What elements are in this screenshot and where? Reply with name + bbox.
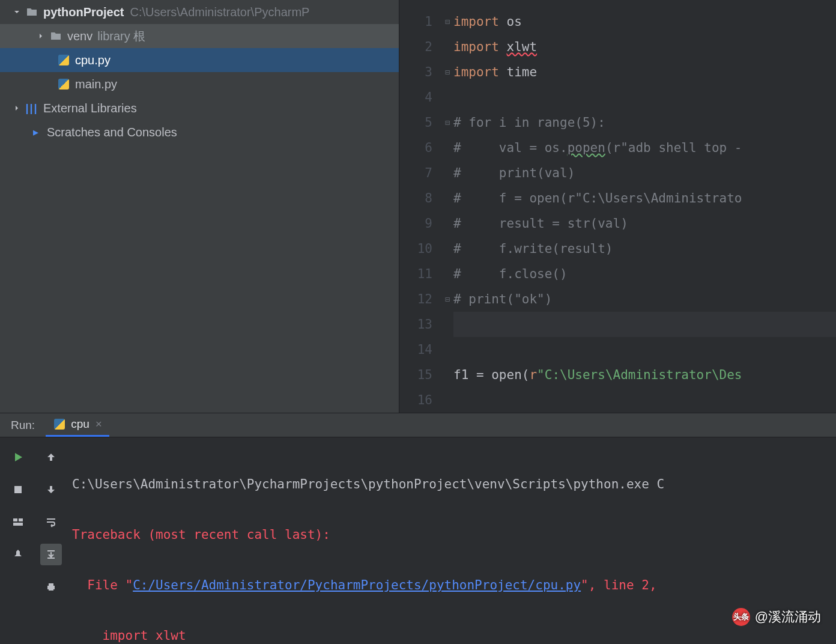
- code-line[interactable]: f1 = open(r"C:\Users\Administrator\Des: [453, 362, 836, 387]
- code-line[interactable]: # f = open(r"C:\Users\Administrato: [453, 186, 836, 211]
- run-toolbar: [0, 437, 36, 644]
- soft-wrap-button[interactable]: [40, 511, 62, 533]
- svg-rect-2: [19, 518, 23, 521]
- svg-rect-1: [13, 518, 17, 521]
- run-header: Run: cpu ×: [0, 413, 836, 437]
- scratches-label: Scratches and Consoles: [47, 126, 177, 139]
- traceback-header: Traceback (most recent call last):: [72, 522, 830, 547]
- code-line[interactable]: # for i in range(5):: [453, 110, 836, 135]
- down-button[interactable]: [40, 479, 62, 500]
- tree-scratches[interactable]: Scratches and Consoles: [0, 120, 399, 144]
- rerun-button[interactable]: [7, 446, 29, 468]
- code-line[interactable]: # result = str(val): [453, 211, 836, 236]
- run-tab-cpu[interactable]: cpu ×: [46, 413, 109, 437]
- code-line[interactable]: [453, 337, 836, 362]
- run-tab-name: cpu: [71, 418, 89, 431]
- watermark-logo: 头条: [732, 608, 750, 626]
- fold-column[interactable]: ⊟⊟⊟⊟: [441, 0, 453, 413]
- svg-rect-3: [13, 523, 23, 526]
- code-line[interactable]: import time: [453, 59, 836, 85]
- up-button[interactable]: [40, 446, 62, 468]
- python-file-icon: [57, 77, 70, 91]
- traceback-link[interactable]: C:/Users/Administrator/PycharmProjects/p…: [133, 578, 581, 592]
- stop-button[interactable]: [7, 479, 29, 500]
- console-output[interactable]: C:\Users\Administrator\PycharmProjects\p…: [66, 437, 836, 644]
- project-path: C:\Users\Administrator\PycharmP: [130, 5, 309, 19]
- venv-name: venv: [67, 29, 92, 43]
- code-line[interactable]: [453, 312, 836, 337]
- file-name: main.py: [75, 77, 117, 91]
- close-icon[interactable]: ×: [95, 418, 102, 431]
- library-icon: [25, 102, 38, 115]
- ext-lib-label: External Libraries: [43, 102, 137, 115]
- code-line[interactable]: # val = os.popen(r"adb shell top -: [453, 135, 836, 160]
- tree-file-main[interactable]: main.py: [0, 72, 399, 96]
- scroll-end-button[interactable]: [40, 544, 62, 565]
- code-editor[interactable]: 12345678910111213141516 ⊟⊟⊟⊟ import osim…: [399, 0, 836, 413]
- layout-button[interactable]: [7, 511, 29, 533]
- tree-venv[interactable]: venv library 根: [0, 24, 399, 48]
- code-line[interactable]: [453, 387, 836, 413]
- code-line[interactable]: # print("ok"): [453, 287, 836, 312]
- chevron-right-icon[interactable]: [36, 31, 46, 41]
- traceback-file-line: File "C:/Users/Administrator/PycharmProj…: [72, 573, 830, 598]
- watermark-text: @溪流涌动: [755, 608, 821, 626]
- code-line[interactable]: # print(val): [453, 160, 836, 186]
- line-gutter: 12345678910111213141516: [399, 0, 441, 413]
- code-line[interactable]: # f.write(result): [453, 236, 836, 261]
- console-line: C:\Users\Administrator\PycharmProjects\p…: [72, 472, 830, 497]
- scratches-icon: [29, 126, 42, 139]
- file-name: cpu.py: [75, 53, 111, 67]
- code-line[interactable]: import xlwt: [453, 34, 836, 59]
- tree-root[interactable]: pythonProject C:\Users\Administrator\Pyc…: [0, 0, 399, 24]
- svg-rect-0: [14, 486, 22, 493]
- code-line[interactable]: import os: [453, 9, 836, 34]
- run-panel-label: Run:: [0, 419, 46, 432]
- folder-icon: [49, 29, 62, 43]
- code-area[interactable]: import osimport xlwtimport time # for i …: [453, 0, 836, 413]
- python-file-icon: [57, 53, 70, 67]
- svg-rect-6: [49, 588, 53, 591]
- chevron-right-icon[interactable]: [12, 103, 22, 113]
- watermark: 头条 @溪流涌动: [732, 608, 821, 626]
- chevron-down-icon[interactable]: [12, 7, 22, 17]
- tree-external-libraries[interactable]: External Libraries: [0, 96, 399, 120]
- folder-icon: [25, 5, 38, 19]
- print-button[interactable]: [40, 576, 62, 598]
- code-line[interactable]: # f.close(): [453, 261, 836, 287]
- svg-rect-5: [49, 583, 53, 586]
- code-line[interactable]: [453, 85, 836, 110]
- tree-file-cpu[interactable]: cpu.py: [0, 48, 399, 72]
- venv-suffix: library 根: [97, 28, 145, 44]
- run-panel: Run: cpu × C:\Users\Administrator\Pychar…: [0, 413, 836, 644]
- pin-button[interactable]: [7, 544, 29, 565]
- python-file-icon: [53, 418, 66, 431]
- traceback-import: import xlwt: [72, 623, 830, 644]
- project-tree[interactable]: pythonProject C:\Users\Administrator\Pyc…: [0, 0, 399, 413]
- project-name: pythonProject: [43, 5, 124, 19]
- console-nav: [36, 437, 66, 644]
